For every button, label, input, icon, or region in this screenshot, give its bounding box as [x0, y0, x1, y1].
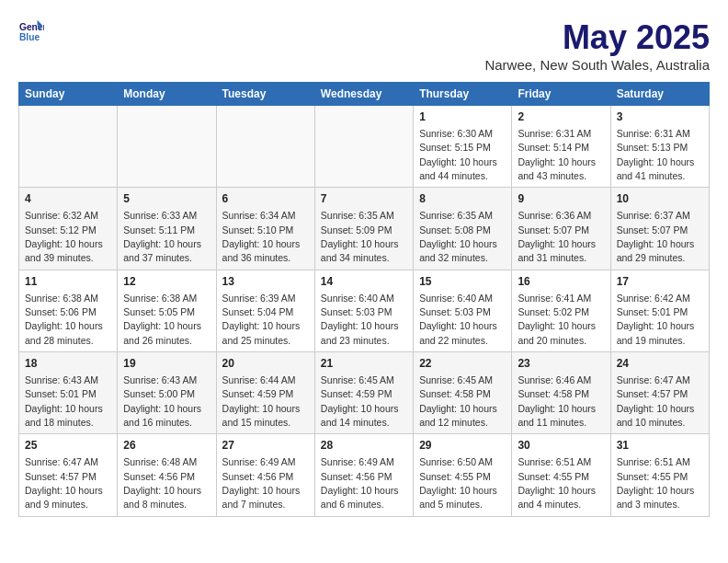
calendar-cell: 5Sunrise: 6:33 AM Sunset: 5:11 PM Daylig…: [118, 188, 216, 270]
day-number: 7: [321, 191, 407, 207]
day-info: Sunrise: 6:38 AM Sunset: 5:05 PM Dayligh…: [123, 293, 201, 346]
day-info: Sunrise: 6:44 AM Sunset: 4:59 PM Dayligh…: [222, 374, 301, 428]
calendar-cell: 24Sunrise: 6:47 AM Sunset: 4:57 PM Dayli…: [610, 352, 709, 434]
day-info: Sunrise: 6:31 AM Sunset: 5:13 PM Dayligh…: [617, 128, 695, 181]
calendar-cell: 31Sunrise: 6:51 AM Sunset: 4:55 PM Dayli…: [610, 434, 709, 516]
day-header-monday: Monday: [118, 83, 216, 106]
calendar-table: SundayMondayTuesdayWednesdayThursdayFrid…: [18, 82, 710, 517]
calendar-cell: 20Sunrise: 6:44 AM Sunset: 4:59 PM Dayli…: [216, 352, 314, 434]
calendar-cell: 14Sunrise: 6:40 AM Sunset: 5:03 PM Dayli…: [314, 270, 413, 351]
day-number: 30: [518, 438, 604, 454]
page-header: General Blue May 2025 Narwee, New South …: [18, 18, 710, 73]
day-info: Sunrise: 6:49 AM Sunset: 4:56 PM Dayligh…: [321, 456, 399, 510]
day-info: Sunrise: 6:35 AM Sunset: 5:08 PM Dayligh…: [419, 210, 497, 263]
day-number: 19: [123, 356, 210, 372]
day-number: 24: [617, 356, 703, 372]
calendar-cell: [19, 106, 118, 188]
day-number: 3: [617, 109, 703, 125]
day-number: 26: [123, 438, 210, 454]
calendar-cell: 26Sunrise: 6:48 AM Sunset: 4:56 PM Dayli…: [118, 434, 216, 516]
day-info: Sunrise: 6:47 AM Sunset: 4:57 PM Dayligh…: [617, 374, 695, 428]
day-info: Sunrise: 6:43 AM Sunset: 5:01 PM Dayligh…: [25, 374, 103, 428]
day-number: 23: [518, 356, 604, 372]
day-number: 15: [419, 274, 506, 290]
day-number: 6: [222, 191, 309, 207]
calendar-cell: 21Sunrise: 6:45 AM Sunset: 4:59 PM Dayli…: [314, 352, 413, 434]
calendar-cell: 8Sunrise: 6:35 AM Sunset: 5:08 PM Daylig…: [414, 188, 512, 270]
calendar-cell: 18Sunrise: 6:43 AM Sunset: 5:01 PM Dayli…: [19, 352, 118, 434]
day-number: 9: [518, 191, 604, 207]
calendar-header-row: SundayMondayTuesdayWednesdayThursdayFrid…: [19, 83, 710, 106]
day-info: Sunrise: 6:46 AM Sunset: 4:58 PM Dayligh…: [518, 374, 596, 428]
day-number: 21: [321, 356, 407, 372]
calendar-cell: 2Sunrise: 6:31 AM Sunset: 5:14 PM Daylig…: [512, 106, 610, 188]
calendar-cell: 28Sunrise: 6:49 AM Sunset: 4:56 PM Dayli…: [314, 434, 413, 516]
day-info: Sunrise: 6:45 AM Sunset: 4:59 PM Dayligh…: [321, 374, 399, 428]
day-number: 5: [123, 191, 210, 207]
day-info: Sunrise: 6:45 AM Sunset: 4:58 PM Dayligh…: [419, 374, 497, 428]
day-number: 8: [419, 191, 506, 207]
day-number: 28: [321, 438, 407, 454]
day-info: Sunrise: 6:42 AM Sunset: 5:01 PM Dayligh…: [617, 293, 695, 346]
calendar-cell: 27Sunrise: 6:49 AM Sunset: 4:56 PM Dayli…: [216, 434, 314, 516]
calendar-cell: 3Sunrise: 6:31 AM Sunset: 5:13 PM Daylig…: [610, 106, 709, 188]
day-info: Sunrise: 6:33 AM Sunset: 5:11 PM Dayligh…: [123, 210, 201, 263]
day-header-thursday: Thursday: [414, 83, 512, 106]
calendar-body: 1Sunrise: 6:30 AM Sunset: 5:15 PM Daylig…: [19, 106, 710, 517]
day-header-wednesday: Wednesday: [314, 83, 413, 106]
main-title: May 2025: [484, 18, 710, 57]
day-number: 1: [419, 109, 506, 125]
day-number: 10: [617, 191, 703, 207]
subtitle: Narwee, New South Wales, Australia: [484, 57, 710, 73]
day-number: 16: [518, 274, 604, 290]
calendar-cell: [314, 106, 413, 188]
calendar-week-4: 18Sunrise: 6:43 AM Sunset: 5:01 PM Dayli…: [19, 352, 710, 434]
day-info: Sunrise: 6:49 AM Sunset: 4:56 PM Dayligh…: [222, 456, 301, 510]
day-info: Sunrise: 6:39 AM Sunset: 5:04 PM Dayligh…: [222, 293, 301, 346]
day-number: 31: [617, 438, 703, 454]
day-info: Sunrise: 6:34 AM Sunset: 5:10 PM Dayligh…: [222, 210, 301, 263]
day-info: Sunrise: 6:30 AM Sunset: 5:15 PM Dayligh…: [419, 128, 497, 181]
day-number: 29: [419, 438, 506, 454]
calendar-cell: 4Sunrise: 6:32 AM Sunset: 5:12 PM Daylig…: [19, 188, 118, 270]
day-info: Sunrise: 6:40 AM Sunset: 5:03 PM Dayligh…: [419, 293, 497, 346]
day-info: Sunrise: 6:41 AM Sunset: 5:02 PM Dayligh…: [518, 293, 596, 346]
calendar-cell: [118, 106, 216, 188]
day-number: 17: [617, 274, 703, 290]
calendar-cell: 22Sunrise: 6:45 AM Sunset: 4:58 PM Dayli…: [414, 352, 512, 434]
calendar-cell: 16Sunrise: 6:41 AM Sunset: 5:02 PM Dayli…: [512, 270, 610, 351]
day-number: 20: [222, 356, 309, 372]
day-number: 18: [25, 356, 111, 372]
day-info: Sunrise: 6:47 AM Sunset: 4:57 PM Dayligh…: [25, 456, 103, 510]
calendar-week-3: 11Sunrise: 6:38 AM Sunset: 5:06 PM Dayli…: [19, 270, 710, 351]
calendar-cell: 25Sunrise: 6:47 AM Sunset: 4:57 PM Dayli…: [19, 434, 118, 516]
calendar-cell: 17Sunrise: 6:42 AM Sunset: 5:01 PM Dayli…: [610, 270, 709, 351]
calendar-cell: 30Sunrise: 6:51 AM Sunset: 4:55 PM Dayli…: [512, 434, 610, 516]
day-info: Sunrise: 6:40 AM Sunset: 5:03 PM Dayligh…: [321, 293, 399, 346]
title-block: May 2025 Narwee, New South Wales, Austra…: [484, 18, 710, 73]
day-number: 4: [25, 191, 111, 207]
calendar-week-1: 1Sunrise: 6:30 AM Sunset: 5:15 PM Daylig…: [19, 106, 710, 188]
calendar-cell: 15Sunrise: 6:40 AM Sunset: 5:03 PM Dayli…: [414, 270, 512, 351]
logo: General Blue: [18, 18, 46, 44]
calendar-cell: [216, 106, 314, 188]
day-info: Sunrise: 6:37 AM Sunset: 5:07 PM Dayligh…: [617, 210, 695, 263]
svg-text:Blue: Blue: [19, 32, 40, 42]
day-info: Sunrise: 6:31 AM Sunset: 5:14 PM Dayligh…: [518, 128, 596, 181]
calendar-cell: 23Sunrise: 6:46 AM Sunset: 4:58 PM Dayli…: [512, 352, 610, 434]
calendar-week-5: 25Sunrise: 6:47 AM Sunset: 4:57 PM Dayli…: [19, 434, 710, 516]
day-header-saturday: Saturday: [610, 83, 709, 106]
calendar-cell: 6Sunrise: 6:34 AM Sunset: 5:10 PM Daylig…: [216, 188, 314, 270]
calendar-cell: 11Sunrise: 6:38 AM Sunset: 5:06 PM Dayli…: [19, 270, 118, 351]
day-info: Sunrise: 6:43 AM Sunset: 5:00 PM Dayligh…: [123, 374, 201, 428]
day-info: Sunrise: 6:32 AM Sunset: 5:12 PM Dayligh…: [25, 210, 103, 263]
day-info: Sunrise: 6:38 AM Sunset: 5:06 PM Dayligh…: [25, 293, 103, 346]
calendar-cell: 29Sunrise: 6:50 AM Sunset: 4:55 PM Dayli…: [414, 434, 512, 516]
logo-icon: General Blue: [18, 18, 44, 44]
day-number: 27: [222, 438, 309, 454]
day-info: Sunrise: 6:35 AM Sunset: 5:09 PM Dayligh…: [321, 210, 399, 263]
day-info: Sunrise: 6:50 AM Sunset: 4:55 PM Dayligh…: [419, 456, 497, 510]
calendar-cell: 10Sunrise: 6:37 AM Sunset: 5:07 PM Dayli…: [610, 188, 709, 270]
day-number: 22: [419, 356, 506, 372]
day-header-friday: Friday: [512, 83, 610, 106]
